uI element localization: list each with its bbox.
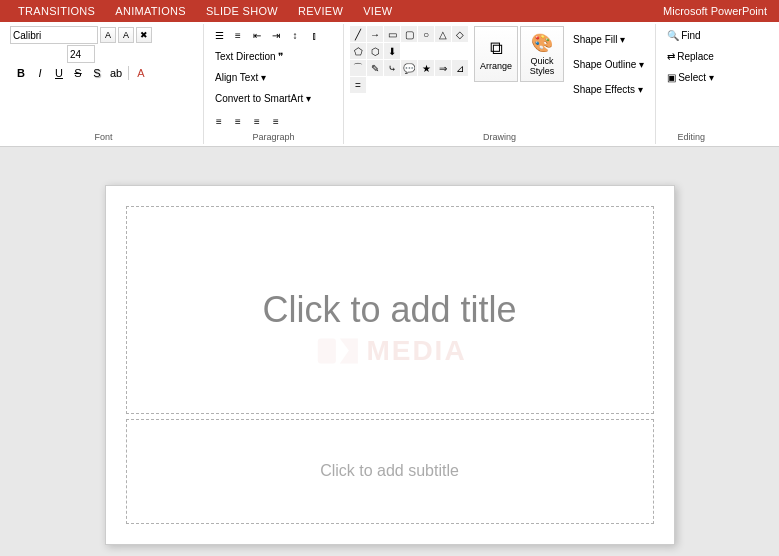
editing-group: 🔍 Find ⇄ Replace ▣ Select ▾ Editing <box>656 24 726 144</box>
find-button[interactable]: 🔍 Find <box>662 26 719 44</box>
shadow-button[interactable]: S <box>88 64 106 82</box>
shape-rect[interactable]: ▭ <box>384 26 400 42</box>
align-left-button[interactable]: ≡ <box>210 112 228 130</box>
align-right-button[interactable]: ≡ <box>248 112 266 130</box>
underline-button[interactable]: U <box>50 64 68 82</box>
shape-callout[interactable]: 💬 <box>401 60 417 76</box>
find-icon: 🔍 <box>667 30 679 41</box>
shape-fill-button[interactable]: Shape Fill ▾ <box>568 28 649 50</box>
bold-button[interactable]: B <box>12 64 30 82</box>
drawing-group-label: Drawing <box>344 132 655 142</box>
shape-star[interactable]: ★ <box>418 60 434 76</box>
arrange-icon: ⧉ <box>490 38 503 59</box>
select-label: Select ▾ <box>678 72 714 83</box>
divider <box>128 66 129 80</box>
subtitle-textbox[interactable]: Click to add subtitle <box>126 419 654 524</box>
shape-triangle[interactable]: △ <box>435 26 451 42</box>
shape-arrow[interactable]: → <box>367 26 383 42</box>
shape-outline-button[interactable]: Shape Outline ▾ <box>568 53 649 75</box>
shape-connector[interactable]: ⤷ <box>384 60 400 76</box>
increase-font-btn[interactable]: A <box>100 27 116 43</box>
app-title: Microsoft PowerPoint <box>663 5 771 17</box>
shape-arrow2[interactable]: ⇒ <box>435 60 451 76</box>
font-size-input[interactable] <box>67 45 95 63</box>
justify-button[interactable]: ≡ <box>267 112 285 130</box>
line-spacing-button[interactable]: ↕ <box>286 26 304 44</box>
ribbon: A A ✖ B I U S S ab A Font <box>0 22 779 147</box>
char-spacing-button[interactable]: ab <box>107 64 125 82</box>
drawing-group-content: ╱ → ▭ ▢ ○ △ ◇ ⬠ ⬡ ⬇ ⌒ ✎ ⤷ <box>350 26 649 144</box>
slide-area: MEDIA Click to add title Click to add su… <box>0 147 779 556</box>
convert-smartart-button[interactable]: Convert to SmartArt ▾ <box>210 89 316 107</box>
shapes-row2: ⌒ ✎ ⤷ 💬 ★ ⇒ ⊿ = <box>350 60 470 93</box>
font-size-row <box>67 45 95 63</box>
paragraph-group-label: Paragraph <box>204 132 343 142</box>
text-direction-row: Text Direction ❞ <box>210 47 323 65</box>
convert-smartart-row: Convert to SmartArt ▾ <box>210 89 323 107</box>
quick-styles-button[interactable]: 🎨 Quick Styles <box>520 26 564 82</box>
select-button[interactable]: ▣ Select ▾ <box>662 68 719 86</box>
font-name-row: A A ✖ <box>10 26 152 44</box>
ribbon-main: A A ✖ B I U S S ab A Font <box>0 22 779 146</box>
replace-icon: ⇄ <box>667 51 675 62</box>
para-row-1: ☰ ≡ ⇤ ⇥ ↕ ⫿ <box>210 26 323 44</box>
decrease-indent-button[interactable]: ⇤ <box>248 26 266 44</box>
align-center-button[interactable]: ≡ <box>229 112 247 130</box>
replace-button[interactable]: ⇄ Replace <box>662 47 719 65</box>
find-label: Find <box>681 30 700 41</box>
editing-cmds: 🔍 Find ⇄ Replace ▣ Select ▾ <box>662 26 719 86</box>
shape-line[interactable]: ╱ <box>350 26 366 42</box>
shape-more[interactable]: ⬇ <box>384 43 400 59</box>
numbering-button[interactable]: ≡ <box>229 26 247 44</box>
title-placeholder: Click to add title <box>262 289 516 331</box>
shape-effects-button[interactable]: Shape Effects ▾ <box>568 78 649 100</box>
strikethrough-button[interactable]: S <box>69 64 87 82</box>
align-text-row: Align Text ▾ <box>210 68 323 86</box>
clear-format-btn[interactable]: ✖ <box>136 27 152 43</box>
editing-group-label: Editing <box>656 132 726 142</box>
slide-canvas: MEDIA Click to add title Click to add su… <box>105 185 675 545</box>
shape-pentagon[interactable]: ⬠ <box>350 43 366 59</box>
shape-oval[interactable]: ○ <box>418 26 434 42</box>
bullets-button[interactable]: ☰ <box>210 26 228 44</box>
shape-rounded-rect[interactable]: ▢ <box>401 26 417 42</box>
arrange-button[interactable]: ⧉ Arrange <box>474 26 518 82</box>
tab-slideshow[interactable]: SLIDE SHOW <box>196 3 288 19</box>
font-name-input[interactable] <box>10 26 98 44</box>
text-direction-button[interactable]: Text Direction ❞ <box>210 47 288 65</box>
shapes-row1: ╱ → ▭ ▢ ○ △ ◇ ⬠ ⬡ ⬇ <box>350 26 470 59</box>
shape-diamond[interactable]: ◇ <box>452 26 468 42</box>
tab-animations[interactable]: ANIMATIONS <box>105 3 196 19</box>
font-group: A A ✖ B I U S S ab A Font <box>4 24 204 144</box>
replace-label: Replace <box>677 51 714 62</box>
tab-review[interactable]: REVIEW <box>288 3 353 19</box>
shapes-palette: ╱ → ▭ ▢ ○ △ ◇ ⬠ ⬡ ⬇ ⌒ ✎ ⤷ <box>350 26 470 93</box>
columns-button[interactable]: ⫿ <box>305 26 323 44</box>
para-row-2: ≡ ≡ ≡ ≡ <box>210 112 323 130</box>
align-text-button[interactable]: Align Text ▾ <box>210 68 271 86</box>
shape-freeform[interactable]: ✎ <box>367 60 383 76</box>
decrease-font-btn[interactable]: A <box>118 27 134 43</box>
tab-view[interactable]: VIEW <box>353 3 402 19</box>
paragraph-cmds: ☰ ≡ ⇤ ⇥ ↕ ⫿ Text Direction ❞ Align Text … <box>210 26 323 130</box>
drawing-group: ╱ → ▭ ▢ ○ △ ◇ ⬠ ⬡ ⬇ ⌒ ✎ ⤷ <box>344 24 656 144</box>
italic-button[interactable]: I <box>31 64 49 82</box>
title-textbox[interactable]: Click to add title <box>126 206 654 414</box>
quick-styles-label: Quick Styles <box>521 56 563 76</box>
tab-transitions[interactable]: TRANSITIONS <box>8 3 105 19</box>
paragraph-group-content: ☰ ≡ ⇤ ⇥ ↕ ⫿ Text Direction ❞ Align Text … <box>210 26 323 144</box>
subtitle-placeholder: Click to add subtitle <box>320 462 459 480</box>
shape-flow[interactable]: ⊿ <box>452 60 468 76</box>
font-format-row: B I U S S ab A <box>12 64 150 82</box>
quick-styles-icon: 🎨 <box>531 32 553 54</box>
select-icon: ▣ <box>667 72 676 83</box>
increase-indent-button[interactable]: ⇥ <box>267 26 285 44</box>
shape-eq[interactable]: = <box>350 77 366 93</box>
drawing-big-btns: ⧉ Arrange 🎨 Quick Styles <box>474 26 564 82</box>
shape-curve[interactable]: ⌒ <box>350 60 366 76</box>
font-color-button[interactable]: A <box>132 64 150 82</box>
font-group-label: Font <box>4 132 203 142</box>
font-group-content: A A ✖ B I U S S ab A <box>10 26 152 144</box>
shape-hexagon[interactable]: ⬡ <box>367 43 383 59</box>
arrange-label: Arrange <box>480 61 512 71</box>
